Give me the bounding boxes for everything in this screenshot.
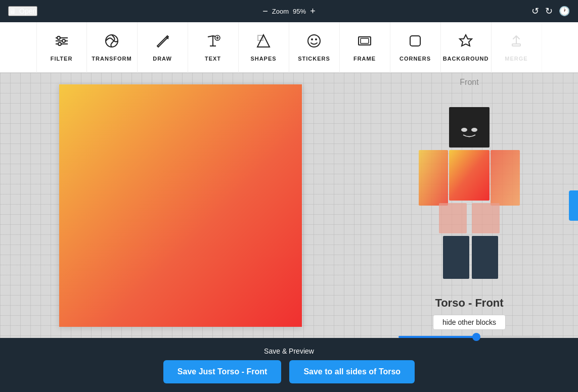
open-icon: 🖥 [9,7,16,15]
open-label: Open [19,7,36,15]
hide-other-blocks-button[interactable]: hide other blocks [433,315,506,330]
toolbar-item-corners[interactable]: CORNERS [390,22,441,73]
merge-icon [508,33,524,52]
save-just-torso-button[interactable]: Save Just Torso - Front [163,360,282,383]
transform-icon [104,33,120,52]
toolbar-item-background[interactable]: BACKGROUND [441,22,492,73]
toolbar-item-transform[interactable]: TRANSFORM [87,22,138,73]
svg-point-4 [62,39,65,42]
svg-rect-19 [512,44,520,46]
toolbar-item-filter[interactable]: FILTER [36,22,87,73]
filter-label: FILTER [51,56,73,62]
shapes-icon [255,33,272,52]
stickers-icon [306,33,322,52]
right-edge-tab[interactable] [569,190,578,221]
background-icon [458,33,474,52]
toolbar: FILTER TRANSFORM DRAW [0,22,578,73]
left-arm [419,150,448,206]
svg-rect-18 [410,36,420,46]
svg-point-13 [308,35,320,47]
slider-area [398,336,540,338]
right-arm [491,150,520,206]
zoom-plus-button[interactable]: + [310,6,316,17]
stickers-label: STICKERS [298,56,330,62]
canvas-content [59,84,302,327]
part-label: Torso - Front [435,297,503,310]
right-leg-upper [472,203,500,233]
slider-thumb[interactable] [472,333,480,341]
toolbar-item-text[interactable]: TEXT [188,22,239,73]
corners-label: CORNERS [399,56,431,62]
undo-button[interactable]: ↺ [531,6,539,17]
toolbar-item-shapes[interactable]: SHAPES [239,22,289,73]
corners-icon [407,33,423,52]
save-preview-label: Save & Preview [264,347,314,355]
right-leg-lower [472,236,498,279]
svg-point-5 [58,42,61,45]
text-label: TEXT [205,56,221,62]
top-bar: 🖥 Open − Zoom 95% + ↺ ↻ 🕐 [0,0,578,22]
svg-point-20 [461,128,467,132]
character-svg [393,102,545,284]
svg-point-21 [471,128,477,132]
bottom-bar: Save & Preview Save Just Torso - Front S… [0,338,578,392]
zoom-control: − Zoom 95% + [262,6,315,17]
left-leg-lower [443,236,469,279]
bottom-buttons: Save Just Torso - Front Save to all side… [163,360,415,383]
canvas-area [0,73,361,338]
top-bar-right: ↺ ↻ 🕐 [531,6,570,17]
toolbar-items: FILTER TRANSFORM DRAW [36,22,542,73]
left-leg-upper [439,203,467,233]
background-label: BACKGROUND [443,56,489,62]
save-all-sides-button[interactable]: Save to all sides of Torso [289,360,415,383]
draw-label: DRAW [153,56,172,62]
slider-fill [398,336,476,338]
head [449,107,490,148]
svg-point-15 [315,38,317,40]
filter-icon [54,33,70,52]
open-button[interactable]: 🖥 Open [8,6,37,16]
redo-button[interactable]: ↻ [545,6,553,17]
text-icon [205,33,221,52]
preview-direction-label: Front [460,78,478,87]
merge-label: MERGE [505,56,527,62]
transform-label: TRANSFORM [92,56,131,62]
shapes-label: SHAPES [250,56,276,62]
torso-front [449,150,490,201]
preview-area: Front [361,73,578,338]
zoom-minus-button[interactable]: − [262,6,268,17]
zoom-label: Zoom [272,8,289,15]
draw-icon [154,33,170,52]
slider-track [398,336,540,338]
history-button[interactable]: 🕐 [559,6,570,17]
svg-point-14 [311,38,313,40]
main-area: Front [0,73,578,338]
character-container [361,91,578,295]
toolbar-item-draw[interactable]: DRAW [138,22,188,73]
toolbar-item-merge: MERGE [492,22,542,73]
toolbar-item-stickers[interactable]: STICKERS [289,22,340,73]
top-bar-left: 🖥 Open [8,6,37,16]
svg-point-3 [57,36,60,39]
svg-rect-17 [361,38,369,43]
toolbar-item-frame[interactable]: FRAME [340,22,390,73]
frame-label: FRAME [353,56,376,62]
zoom-value: 95% [293,8,306,15]
svg-point-6 [106,35,118,47]
frame-icon [357,33,373,52]
